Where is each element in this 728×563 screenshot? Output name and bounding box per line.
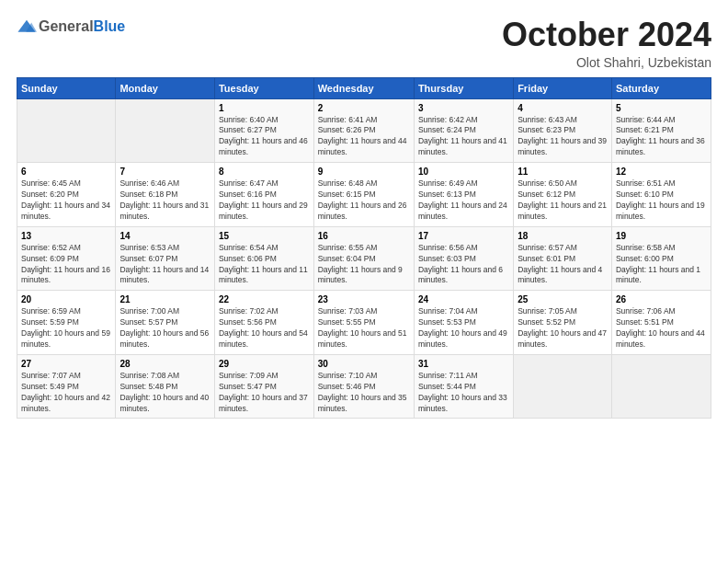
day-info: Sunrise: 7:02 AMSunset: 5:56 PMDaylight:… — [219, 306, 310, 350]
calendar-cell: 8Sunrise: 6:47 AMSunset: 6:16 PMDaylight… — [214, 163, 313, 227]
day-number: 11 — [518, 167, 608, 177]
day-number: 12 — [616, 167, 707, 177]
calendar-cell: 7Sunrise: 6:46 AMSunset: 6:18 PMDaylight… — [116, 163, 215, 227]
day-info: Sunrise: 6:57 AMSunset: 6:01 PMDaylight:… — [518, 243, 608, 287]
day-info: Sunrise: 6:46 AMSunset: 6:18 PMDaylight:… — [119, 178, 210, 223]
day-info: Sunrise: 6:44 AMSunset: 6:21 PMDaylight:… — [616, 115, 707, 159]
day-info: Sunrise: 6:48 AMSunset: 6:15 PMDaylight:… — [318, 178, 410, 223]
calendar-cell: 13Sunrise: 6:52 AMSunset: 6:09 PMDayligh… — [17, 226, 116, 291]
calendar-cell — [611, 354, 711, 419]
calendar-cell: 28Sunrise: 7:08 AMSunset: 5:48 PMDayligh… — [116, 354, 215, 419]
calendar-cell: 17Sunrise: 6:56 AMSunset: 6:03 PMDayligh… — [414, 226, 513, 291]
calendar-cell: 20Sunrise: 6:59 AMSunset: 5:59 PMDayligh… — [17, 291, 116, 355]
calendar-cell: 22Sunrise: 7:02 AMSunset: 5:56 PMDayligh… — [214, 291, 313, 355]
logo-blue-text: Blue — [94, 18, 126, 35]
col-friday: Friday — [514, 77, 612, 98]
day-info: Sunrise: 6:45 AMSunset: 6:20 PMDaylight:… — [21, 178, 111, 223]
calendar-cell — [17, 98, 116, 163]
day-info: Sunrise: 6:51 AMSunset: 6:10 PMDaylight:… — [616, 178, 707, 223]
calendar-cell: 26Sunrise: 7:06 AMSunset: 5:51 PMDayligh… — [611, 291, 711, 355]
col-tuesday: Tuesday — [214, 77, 313, 98]
calendar-cell: 30Sunrise: 7:10 AMSunset: 5:46 PMDayligh… — [313, 354, 414, 419]
day-info: Sunrise: 6:47 AMSunset: 6:16 PMDaylight:… — [219, 178, 310, 223]
col-thursday: Thursday — [414, 77, 513, 98]
calendar-cell — [514, 354, 612, 419]
calendar-cell: 29Sunrise: 7:09 AMSunset: 5:47 PMDayligh… — [214, 354, 313, 419]
calendar-week-row: 6Sunrise: 6:45 AMSunset: 6:20 PMDaylight… — [17, 163, 711, 227]
calendar-week-row: 27Sunrise: 7:07 AMSunset: 5:49 PMDayligh… — [17, 354, 711, 419]
day-number: 9 — [318, 167, 410, 177]
logo: GeneralBlue — [17, 17, 125, 37]
day-number: 17 — [418, 231, 509, 241]
logo-general-text: General — [39, 18, 94, 35]
page-header: GeneralBlue October 2024 Olot Shahri, Uz… — [17, 17, 711, 70]
calendar-week-row: 1Sunrise: 6:40 AMSunset: 6:27 PMDaylight… — [17, 98, 711, 163]
weekday-header-row: Sunday Monday Tuesday Wednesday Thursday… — [17, 77, 711, 98]
day-info: Sunrise: 7:00 AMSunset: 5:57 PMDaylight:… — [119, 306, 210, 350]
day-info: Sunrise: 6:54 AMSunset: 6:06 PMDaylight:… — [219, 243, 310, 287]
day-number: 7 — [119, 167, 210, 177]
day-number: 6 — [21, 167, 111, 177]
day-info: Sunrise: 7:09 AMSunset: 5:47 PMDaylight:… — [219, 371, 310, 415]
calendar-cell: 25Sunrise: 7:05 AMSunset: 5:52 PMDayligh… — [514, 291, 612, 355]
day-number: 29 — [219, 359, 310, 369]
day-number: 18 — [518, 231, 608, 241]
day-number: 3 — [418, 103, 509, 113]
day-info: Sunrise: 6:42 AMSunset: 6:24 PMDaylight:… — [418, 115, 509, 159]
calendar-cell: 10Sunrise: 6:49 AMSunset: 6:13 PMDayligh… — [414, 163, 513, 227]
calendar-cell: 11Sunrise: 6:50 AMSunset: 6:12 PMDayligh… — [514, 163, 612, 227]
day-number: 13 — [21, 231, 111, 241]
calendar-cell: 24Sunrise: 7:04 AMSunset: 5:53 PMDayligh… — [414, 291, 513, 355]
calendar-page: GeneralBlue October 2024 Olot Shahri, Uz… — [0, 0, 728, 563]
day-info: Sunrise: 6:58 AMSunset: 6:00 PMDaylight:… — [616, 243, 707, 287]
day-number: 22 — [219, 294, 310, 304]
title-block: October 2024 Olot Shahri, Uzbekistan — [502, 17, 711, 70]
location-subtitle: Olot Shahri, Uzbekistan — [502, 55, 711, 70]
day-number: 5 — [616, 103, 707, 113]
day-info: Sunrise: 7:10 AMSunset: 5:46 PMDaylight:… — [318, 371, 410, 415]
day-number: 2 — [318, 103, 410, 113]
day-info: Sunrise: 6:52 AMSunset: 6:09 PMDaylight:… — [21, 243, 111, 287]
day-number: 20 — [21, 294, 111, 304]
calendar-week-row: 20Sunrise: 6:59 AMSunset: 5:59 PMDayligh… — [17, 291, 711, 355]
calendar-cell: 31Sunrise: 7:11 AMSunset: 5:44 PMDayligh… — [414, 354, 513, 419]
day-number: 25 — [518, 294, 608, 304]
calendar-cell: 14Sunrise: 6:53 AMSunset: 6:07 PMDayligh… — [116, 226, 215, 291]
day-number: 8 — [219, 167, 310, 177]
calendar-cell: 2Sunrise: 6:41 AMSunset: 6:26 PMDaylight… — [313, 98, 414, 163]
month-title: October 2024 — [502, 17, 711, 53]
day-number: 27 — [21, 359, 111, 369]
day-number: 10 — [418, 167, 509, 177]
logo-icon — [17, 17, 37, 37]
calendar-week-row: 13Sunrise: 6:52 AMSunset: 6:09 PMDayligh… — [17, 226, 711, 291]
day-number: 23 — [318, 294, 410, 304]
day-number: 31 — [418, 359, 509, 369]
day-number: 4 — [518, 103, 608, 113]
day-info: Sunrise: 7:07 AMSunset: 5:49 PMDaylight:… — [21, 371, 111, 415]
col-sunday: Sunday — [17, 77, 116, 98]
col-saturday: Saturday — [611, 77, 711, 98]
calendar-cell: 18Sunrise: 6:57 AMSunset: 6:01 PMDayligh… — [514, 226, 612, 291]
day-number: 30 — [318, 359, 410, 369]
calendar-cell: 3Sunrise: 6:42 AMSunset: 6:24 PMDaylight… — [414, 98, 513, 163]
calendar-cell: 9Sunrise: 6:48 AMSunset: 6:15 PMDaylight… — [313, 163, 414, 227]
day-info: Sunrise: 6:56 AMSunset: 6:03 PMDaylight:… — [418, 243, 509, 287]
calendar-cell: 23Sunrise: 7:03 AMSunset: 5:55 PMDayligh… — [313, 291, 414, 355]
day-info: Sunrise: 6:40 AMSunset: 6:27 PMDaylight:… — [219, 115, 310, 159]
day-number: 24 — [418, 294, 509, 304]
day-number: 19 — [616, 231, 707, 241]
day-info: Sunrise: 7:08 AMSunset: 5:48 PMDaylight:… — [119, 371, 210, 415]
day-info: Sunrise: 7:05 AMSunset: 5:52 PMDaylight:… — [518, 306, 608, 350]
col-monday: Monday — [116, 77, 215, 98]
calendar-cell: 1Sunrise: 6:40 AMSunset: 6:27 PMDaylight… — [214, 98, 313, 163]
day-number: 14 — [119, 231, 210, 241]
day-number: 28 — [119, 359, 210, 369]
calendar-cell: 5Sunrise: 6:44 AMSunset: 6:21 PMDaylight… — [611, 98, 711, 163]
day-info: Sunrise: 6:53 AMSunset: 6:07 PMDaylight:… — [119, 243, 210, 287]
day-info: Sunrise: 7:04 AMSunset: 5:53 PMDaylight:… — [418, 306, 509, 350]
col-wednesday: Wednesday — [313, 77, 414, 98]
calendar-cell: 27Sunrise: 7:07 AMSunset: 5:49 PMDayligh… — [17, 354, 116, 419]
calendar-cell: 6Sunrise: 6:45 AMSunset: 6:20 PMDaylight… — [17, 163, 116, 227]
calendar-cell: 15Sunrise: 6:54 AMSunset: 6:06 PMDayligh… — [214, 226, 313, 291]
day-info: Sunrise: 6:41 AMSunset: 6:26 PMDaylight:… — [318, 115, 410, 159]
